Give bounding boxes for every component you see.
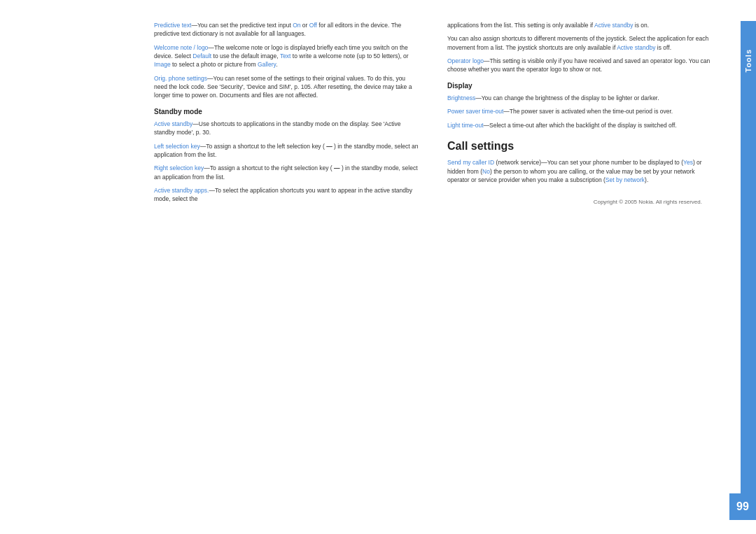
- active-standby-off-link: Active standby: [617, 44, 655, 51]
- welcome-note-text4: to select a photo or picture from: [171, 61, 258, 68]
- right-column: applications from the list. This setting…: [447, 21, 720, 520]
- operator-logo-text: —This setting is visible only if you hav…: [447, 57, 710, 73]
- predictive-text-link: Predictive text: [154, 22, 191, 29]
- light-timeout-text: —Select a time-out after which the backl…: [484, 122, 677, 129]
- active-standby-apps-link: Active standby apps.: [154, 187, 209, 194]
- brightness-text: —You can change the brightness of the di…: [475, 94, 659, 101]
- send-caller-id-text4: ).: [645, 176, 648, 183]
- welcome-note-link: Welcome note / logo: [154, 44, 208, 51]
- active-standby-link: Active standby: [154, 120, 192, 127]
- light-timeout-link: Light time-out: [447, 122, 484, 129]
- operator-logo-link: Operator logo: [447, 57, 484, 64]
- right-selection-link: Right selection key: [154, 164, 204, 171]
- power-saver-para: Power saver time-out—The power saver is …: [447, 107, 713, 115]
- on-link: On: [293, 22, 300, 29]
- welcome-note-text5: .: [276, 61, 277, 68]
- applications-para: applications from the list. This setting…: [447, 21, 713, 29]
- page-number: 99: [736, 500, 749, 513]
- image-link: Image: [154, 61, 171, 68]
- brightness-para: Brightness—You can change the brightness…: [447, 94, 713, 102]
- operator-logo-para: Operator logo—This setting is visible on…: [447, 57, 713, 74]
- active-standby-on-link: Active standby: [594, 22, 633, 29]
- power-saver-text: —The power saver is activated when the t…: [503, 108, 673, 115]
- display-heading: Display: [447, 81, 713, 92]
- left-margin: [0, 0, 154, 534]
- welcome-note-para: Welcome note / logo—The welcome note or …: [154, 43, 419, 69]
- orig-settings-para: Orig. phone settings—You can reset some …: [154, 74, 419, 100]
- predictive-text-text2: or: [300, 22, 309, 29]
- page-container: Predictive text—You can set the predicti…: [0, 0, 756, 534]
- call-settings-heading: Call settings: [447, 138, 713, 154]
- joystick-end: is off.: [655, 44, 671, 51]
- active-standby-para: Active standby—Use shortcuts to applicat…: [154, 120, 419, 137]
- sidebar-tab: Tools 99: [741, 21, 756, 520]
- predictive-text-text1: —You can set the predictive text input: [191, 22, 293, 29]
- power-saver-link: Power saver time-out: [447, 108, 503, 115]
- copyright: Copyright © 2005 Nokia. All rights reser…: [447, 198, 713, 206]
- standby-heading: Standby mode: [154, 107, 419, 118]
- welcome-note-text3: to write a welcome note (up to 50 letter…: [290, 52, 408, 59]
- right-selection-para: Right selection key—To assign a shortcut…: [154, 164, 419, 181]
- applications-text: applications from the list. This setting…: [447, 22, 593, 29]
- send-caller-id-link: Send my caller ID: [447, 159, 494, 166]
- left-column: Predictive text—You can set the predicti…: [154, 21, 426, 520]
- text-link: Text: [280, 52, 291, 59]
- page-number-box: 99: [729, 493, 756, 520]
- active-standby-apps-para: Active standby apps.—To select the appli…: [154, 186, 419, 204]
- off-link: Off: [309, 22, 317, 29]
- main-content: Predictive text—You can set the predicti…: [154, 0, 756, 534]
- light-timeout-para: Light time-out—Select a time-out after w…: [447, 121, 713, 129]
- gallery-link: Gallery: [258, 61, 276, 68]
- welcome-note-text2: to use the default image,: [211, 52, 280, 59]
- default-link: Default: [192, 52, 211, 59]
- left-selection-para: Left selection key—To assign a shortcut …: [154, 142, 419, 160]
- sidebar-tab-label: Tools: [744, 49, 752, 73]
- predictive-text-para: Predictive text—You can set the predicti…: [154, 21, 419, 38]
- joystick-para: You can also assign shortcuts to differe…: [447, 34, 713, 52]
- send-caller-id-text1: (network service)—You can set your phone…: [494, 159, 683, 166]
- send-caller-id-para: Send my caller ID (network service)—You …: [447, 158, 713, 184]
- no-link: No: [482, 168, 490, 175]
- applications-end: is on.: [633, 22, 649, 29]
- yes-link: Yes: [683, 159, 693, 166]
- set-by-network-link: Set by network: [606, 176, 645, 183]
- orig-settings-link: Orig. phone settings: [154, 75, 207, 82]
- brightness-link: Brightness: [447, 94, 475, 101]
- left-selection-link: Left selection key: [154, 143, 200, 150]
